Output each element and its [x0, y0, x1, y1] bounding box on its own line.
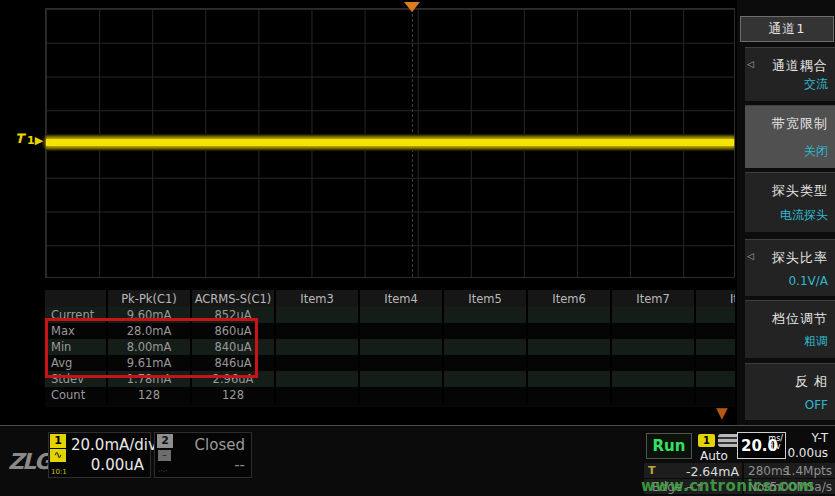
channel2-marks: -·-· — [158, 467, 168, 475]
menu-item-gear-adjust[interactable]: 档位调节 粗调 — [745, 300, 835, 358]
chevron-left-icon: ◁ — [747, 59, 754, 69]
trigger-position-icon[interactable] — [404, 2, 420, 12]
attenuation-label: 10:1 — [51, 468, 67, 476]
display-mode-label: Y-T — [812, 431, 828, 445]
oscilloscope-screen: T 1▶ Pk-Pk(C1) ACRMS-S(C1) Item3 Item4 I… — [0, 0, 835, 496]
header-cell: Ite — [695, 290, 738, 307]
menu-title: 通道1 — [740, 16, 834, 42]
trigger-source-indicator: 1 — [698, 434, 740, 447]
trigger-t-icon: T — [648, 464, 656, 477]
channel1-status-box[interactable]: 1 ∿ 10:1 20.0mA/div 0.00uA — [48, 432, 151, 478]
channel1-position-icon[interactable]: 1▶ — [27, 134, 43, 147]
menu-item-probe-type[interactable]: 探头类型 电流探头 — [745, 172, 835, 232]
chevron-left-icon: ◁ — [747, 251, 754, 261]
menu-item-invert[interactable]: 反 相 OFF — [745, 363, 835, 420]
horizontal-offset-value: 0.00us — [787, 446, 828, 460]
menu-item-coupling[interactable]: ◁ 通道耦合 交流 — [745, 47, 835, 101]
trigger-source-channel1-badge: 1 — [698, 434, 715, 447]
channel2-badge: 2 — [157, 434, 173, 448]
table-scroll-down-icon[interactable]: ▼ — [716, 406, 728, 420]
menu-item-probe-ratio[interactable]: ◁ 探头比率 0.1V/A — [745, 239, 835, 296]
channel1-scale: 20.0mA/div — [71, 436, 157, 454]
header-cell: Pk-Pk(C1) — [107, 290, 191, 307]
waveform-display — [45, 8, 735, 278]
channel2-state: Closed — [195, 436, 245, 454]
timebase-box[interactable]: 20.0 ms/ div — [737, 432, 786, 459]
header-cell: Item6 — [527, 290, 611, 307]
header-cell: Item7 — [611, 290, 695, 307]
channel2-offset: -- — [234, 456, 245, 474]
channel2-status-box[interactable]: 2 – -·-· Closed -- — [154, 432, 252, 478]
trigger-level-icon[interactable]: T — [15, 131, 24, 146]
highlight-box — [45, 318, 258, 378]
record-time-value: 280ms — [748, 464, 789, 478]
menu-item-bandwidth-limit[interactable]: 带宽限制 关闭 — [745, 105, 835, 168]
ac-coupling-icon: ∿ — [50, 449, 66, 462]
acquisition-row: 280ms 1.4Mpts — [744, 463, 835, 478]
watermark: www.cntronics.com — [641, 477, 814, 495]
channel1-offset: 0.00uA — [91, 456, 144, 474]
channel1-badge: 1 — [50, 434, 66, 448]
table-header-row: Pk-Pk(C1) ACRMS-S(C1) Item3 Item4 Item5 … — [45, 290, 738, 307]
channel-menu-sidebar: 通道1 ◁ 通道耦合 交流 带宽限制 关闭 探头类型 电流探头 ◁ 探头比率 0… — [735, 0, 835, 425]
memory-depth-value: 1.4Mpts — [784, 464, 832, 478]
trigger-mode-label: Auto — [700, 449, 728, 463]
channel1-trace — [46, 139, 734, 146]
timebase-unit: ms/ div — [768, 435, 783, 451]
header-cell: ACRMS-S(C1) — [191, 290, 275, 307]
run-stop-button[interactable]: Run — [646, 433, 692, 459]
trigger-level-row: T -2.64mA — [644, 463, 742, 478]
channel2-coupling-icon: – — [158, 450, 171, 461]
table-row: Count 128 128 — [45, 387, 738, 403]
header-cell: Item3 — [275, 290, 359, 307]
header-cell — [45, 290, 107, 307]
header-cell: Item4 — [359, 290, 443, 307]
status-bar: ZLG® 1 ∿ 10:1 20.0mA/div 0.00uA 2 – -·-·… — [0, 425, 835, 496]
header-cell: Item5 — [443, 290, 527, 307]
